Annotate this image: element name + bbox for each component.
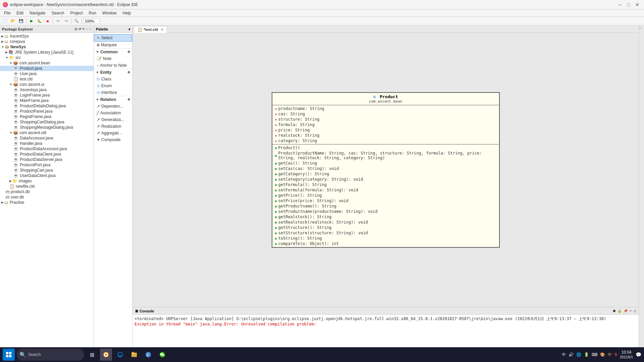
title-bar-controls[interactable]: ─ □ ✕ — [616, 1, 641, 8]
ime2-icon[interactable]: 中 — [608, 352, 612, 358]
tree-item-shoppingmsg-java[interactable]: ☕ ShoppingMessageDialog.java — [0, 125, 94, 130]
menu-file[interactable]: File — [1, 10, 13, 16]
zoom-input[interactable] — [83, 18, 100, 24]
maximize-button[interactable]: □ — [625, 1, 633, 8]
tree-item-bean-pkg[interactable]: ▼ 📦 com.ascent.bean — [0, 60, 94, 66]
editor-content[interactable]: ⊙ Product com.ascent.bean ▪ productname:… — [132, 33, 639, 307]
redo-button[interactable]: ↪ — [62, 17, 70, 25]
maximize-console-icon[interactable]: □ — [633, 308, 637, 313]
palette-tool-enum[interactable]: ⊙ Enum — [94, 82, 132, 89]
palette-tool-select[interactable]: ↖ Select — [94, 34, 132, 42]
palette-menu-icon[interactable]: ▾ — [128, 27, 130, 31]
speaker-icon[interactable]: 🔊 — [569, 352, 574, 357]
notification-icon[interactable]: 💬 — [636, 352, 641, 357]
tree-item-product-db[interactable]: 🗃 product.db — [0, 189, 94, 194]
tree-item-images[interactable]: ▶ 📁 images — [0, 178, 94, 184]
tree-item-util-pkg[interactable]: ▼ 📦 com.ascent.util — [0, 130, 94, 135]
network-icon[interactable]: 🌐 — [576, 352, 581, 357]
tree-item-src[interactable]: ▼ 📁 src — [0, 55, 94, 60]
tree-item-ascentsys[interactable]: ▶ 🗂 AscentSys — [0, 34, 94, 39]
tree-item-shoppingcart-java[interactable]: ☕ ShoppingCartDialog.java — [0, 119, 94, 125]
tree-item-protocolport-java[interactable]: ☕ ProtocolPort.java — [0, 162, 94, 168]
save-button[interactable]: 💾 — [17, 17, 25, 25]
tree-item-login-java[interactable]: ☕ LoginFrame.java — [0, 93, 94, 98]
close-button[interactable]: ✕ — [633, 1, 641, 8]
menu-icon[interactable]: ▾ — [82, 27, 85, 31]
tree-item-registframe-java[interactable]: ☕ RegistFrame.java — [0, 114, 94, 119]
keyboard-icon[interactable]: ⌨ — [592, 352, 597, 357]
palette-tool-association[interactable]: ╱ Association — [94, 110, 132, 116]
search-button[interactable]: 🔍 — [73, 17, 80, 25]
tree-item-practise[interactable]: ▶ 🗂 Practise — [0, 200, 94, 205]
palette-tool-note[interactable]: 📝 Note — [94, 55, 132, 62]
new-button[interactable]: 📄 — [1, 17, 9, 25]
tree-item-ascentsys-java[interactable]: ☕ Ascentsys.java — [0, 87, 94, 93]
palette-section-relation[interactable]: ▼ Relation ⚙ — [94, 96, 132, 103]
tree-item-main-java[interactable]: ☕ MainFrame.java — [0, 98, 94, 103]
palette-tool-anchor[interactable]: ↓ Anchor to Note — [94, 62, 132, 69]
palette-tool-realization[interactable]: ↗ Realization — [94, 123, 132, 130]
link-icon[interactable]: ⇌ — [78, 27, 82, 31]
tree-item-handler-java[interactable]: ☕ Handler.java — [0, 141, 94, 146]
tree-item-productdataserver-java[interactable]: ☕ ProductDataServer.java — [0, 157, 94, 162]
tree-item-productdetails-java[interactable]: ☕ ProductDetailsDialog.java — [0, 103, 94, 109]
stop-button[interactable]: ■ — [44, 17, 51, 25]
debug-button[interactable]: 🐛 — [36, 17, 43, 25]
palette-tool-composite[interactable]: ✦ Composite — [94, 136, 132, 143]
edge-taskbar-btn[interactable] — [114, 349, 126, 361]
tree-item-user-java[interactable]: ☕ User.java — [0, 71, 94, 76]
right-panel-btn[interactable]: ▷ — [639, 25, 644, 30]
sougou-icon[interactable]: S — [614, 352, 617, 357]
tree-item-productdataclient-java[interactable]: ☕ ProductDataClient.java — [0, 152, 94, 157]
palette-tool-generalization[interactable]: ↗ Generaliza... — [94, 116, 132, 123]
tree-item-shoppingcart2-java[interactable]: ☕ ShoppingCart.java — [0, 168, 94, 173]
tree-item-newfile-cld[interactable]: 📋 newfile.cld — [0, 184, 94, 189]
minimize-console-icon[interactable]: ─ — [629, 308, 633, 313]
open-button[interactable]: 📂 — [9, 17, 17, 25]
clear-console-icon[interactable]: ⊗ — [612, 308, 616, 313]
maximize-panel-icon[interactable]: □ — [89, 27, 92, 31]
editor-tab-test-cld[interactable]: 📋 *test.cld ✕ — [134, 26, 167, 33]
pin-console-icon[interactable]: 📌 — [623, 308, 628, 313]
tree-item-ui-pkg[interactable]: ▼ 📦 com.ascent.ui — [0, 82, 94, 87]
menu-edit[interactable]: Edit — [14, 10, 26, 16]
close-tab-icon[interactable]: ✕ — [161, 28, 163, 32]
menu-run[interactable]: Run — [86, 10, 99, 16]
menu-project[interactable]: Project — [67, 10, 85, 16]
menu-window[interactable]: Window — [100, 10, 119, 16]
menu-help[interactable]: Help — [120, 10, 134, 16]
eclipse-taskbar-btn[interactable] — [100, 349, 112, 361]
tree-item-productdataaccessor-java[interactable]: ☕ ProductDataAccessor.java — [0, 146, 94, 152]
tree-item-newsys[interactable]: ▼ 🗂 NewSys — [0, 44, 94, 50]
explorer-taskbar-btn[interactable] — [128, 349, 140, 361]
start-button[interactable] — [3, 349, 15, 361]
palette-section-entity[interactable]: ▼ Entity ⚙ — [94, 69, 132, 76]
search-taskbar-button[interactable]: 🔍 Search — [17, 349, 84, 361]
tree-item-dataaccessor-java[interactable]: ☕ DataAccessor.java — [0, 135, 94, 141]
palette-section-common[interactable]: ▼ Common ⚙ — [94, 48, 132, 55]
tree-item-jre[interactable]: ▶ 📚 JRE System Library [JavaSE-11] — [0, 50, 94, 55]
menu-search[interactable]: Search — [49, 10, 67, 16]
palette-tool-aggregation[interactable]: ↗ Aggregati... — [94, 130, 132, 136]
palette-tool-class[interactable]: ⊙ Class — [94, 76, 132, 82]
tree-item-user-db[interactable]: 🗃 user.db — [0, 194, 94, 200]
tree-item-product-java[interactable]: ☕ Product.java — [0, 66, 94, 71]
run-button[interactable]: ▶ — [28, 17, 35, 25]
undo-button[interactable]: ↩ — [54, 17, 62, 25]
system-clock[interactable]: 10:04 2021/6/1 — [620, 350, 633, 360]
wechat-taskbar-btn[interactable] — [156, 349, 168, 361]
minimize-button[interactable]: ─ — [616, 1, 624, 8]
palette-tool-dependency[interactable]: ↗ Dependen... — [94, 103, 132, 110]
tree-item-test-cld[interactable]: 📋 test.cld — [0, 76, 94, 82]
palette-tool-interface[interactable]: ⊙ Interface — [94, 89, 132, 96]
tree-item-userdataclient-java[interactable]: ☕ UserDataClient.java — [0, 173, 94, 178]
java-taskbar-btn[interactable]: J — [142, 349, 154, 361]
tree-item-corejava[interactable]: ▶ 🗂 corejava — [0, 39, 94, 44]
menu-navigate[interactable]: Navigate — [27, 10, 48, 16]
tree-item-productpanel-java[interactable]: ☕ ProductPanel.java — [0, 109, 94, 114]
minimize-panel-icon[interactable]: ─ — [85, 27, 88, 31]
taskview-button[interactable]: ⊞ — [86, 349, 98, 361]
ime-indicator[interactable]: 中 — [562, 352, 566, 358]
scroll-lock-icon[interactable]: 🔒 — [617, 308, 622, 313]
palette-tool-marquee[interactable]: ⊞ Marquee — [94, 42, 132, 48]
